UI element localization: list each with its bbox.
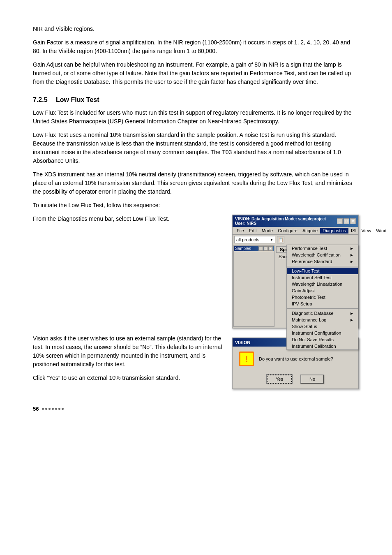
samples-panel: Samples _ □ × <box>233 245 274 327</box>
submenu-arrow-icon-4: ▶ <box>350 312 353 315</box>
menu-isi[interactable]: ISI <box>348 228 359 234</box>
footer-dot-1 <box>42 408 44 410</box>
menu-wavelength-cert[interactable]: Wavelength Certification ▶ <box>287 252 358 258</box>
vision-app-window: VISION: Data Acquisition Mode: samplepro… <box>232 215 359 328</box>
samples-title-buttons: _ □ × <box>258 246 273 251</box>
footer-dot-5 <box>55 408 57 410</box>
maximize-btn[interactable]: □ <box>344 218 349 224</box>
dialog-body: ! Do you want to use external sample? <box>233 347 358 371</box>
samples-content <box>234 251 274 325</box>
menu-edit[interactable]: Edit <box>247 228 259 234</box>
menu-show-status[interactable]: Show Status <box>287 323 358 330</box>
submenu-arrow-icon-5: ▶ <box>350 318 353 322</box>
app-titlebar: VISION: Data Acquisition Mode: samplepro… <box>233 215 358 227</box>
menu-instrument-self-test[interactable]: Instrument Self Test <box>287 274 358 281</box>
toolbar-icon-1[interactable]: 📋 <box>277 236 284 243</box>
menu-low-flux-test[interactable]: Low-Flux Test <box>287 268 358 274</box>
no-button[interactable]: No <box>300 375 324 384</box>
menu-diagnostics[interactable]: Diagnostics <box>320 228 348 234</box>
footer-dot-4 <box>52 408 54 410</box>
paragraph-5: Low Flux Test uses a nominal 10% transmi… <box>33 131 359 165</box>
minimize-btn[interactable]: _ <box>337 218 343 224</box>
page-content: NIR and Visible regions. Gain Factor is … <box>33 25 359 412</box>
menu-acquire[interactable]: Acquire <box>300 228 320 234</box>
samples-restore-btn[interactable]: □ <box>263 246 268 251</box>
paragraph-2: Gain Factor is a measure of signal ampli… <box>33 38 359 56</box>
menu-divider-2 <box>287 308 358 309</box>
menu-mode[interactable]: Mode <box>259 228 276 234</box>
section-number: 7.2.5 <box>33 96 48 103</box>
toolbar: all products ▼ 📋 <box>233 235 358 245</box>
menu-do-not-save[interactable]: Do Not Save Results <box>287 336 358 343</box>
footer-dot-7 <box>62 408 64 410</box>
footer-dot-6 <box>58 408 60 410</box>
diagnostics-menu-overlay: Performance Test ▶ Wavelength Certificat… <box>286 245 358 350</box>
footer-dot-2 <box>45 408 47 410</box>
menu-ipv-setup[interactable]: IPV Setup <box>287 301 358 307</box>
menu-view[interactable]: View <box>359 228 374 234</box>
close-btn[interactable]: × <box>350 218 356 224</box>
menu-instrument-config[interactable]: Instrument Configuration <box>287 330 358 336</box>
titlebar-buttons: _ □ × <box>337 218 356 224</box>
menu-maintenance-log[interactable]: Maintenance Log ▶ <box>287 317 358 323</box>
menu-performance-test[interactable]: Performance Test ▶ <box>287 245 358 252</box>
product-dropdown[interactable]: all products ▼ <box>234 236 275 243</box>
diagnostics-dropdown-menu: Performance Test ▶ Wavelength Certificat… <box>286 245 358 350</box>
paragraph-1: NIR and Visible regions. <box>33 25 359 33</box>
paragraph-6: The XDS instrument has an internal 10% n… <box>33 170 359 196</box>
footer-dots <box>42 408 64 410</box>
dialog-message: Do you want to use external sample? <box>259 356 333 361</box>
paragraph-7: To initiate the Low Flux Test, follow th… <box>33 201 359 210</box>
two-col-row-1: From the Diagnostics menu bar, select Lo… <box>33 215 359 328</box>
menu-instrument-cal[interactable]: Instrument Calibration <box>287 343 358 349</box>
samples-title: Samples <box>235 246 251 251</box>
yes-button[interactable]: Yes <box>267 375 292 384</box>
menu-diagnostic-db[interactable]: Diagnostic Database ▶ <box>287 310 358 317</box>
menu-wind[interactable]: Wind <box>374 228 389 234</box>
footer-dot-3 <box>48 408 51 410</box>
page-footer: 56 <box>33 406 359 412</box>
dialog-buttons: Yes No <box>233 371 358 388</box>
samples-close-btn[interactable]: × <box>268 246 273 251</box>
menu-file[interactable]: File <box>234 228 247 234</box>
col2-text: Vision asks if the user wishes to use an… <box>33 334 224 387</box>
titlebar-text: VISION: Data Acquisition Mode: samplepro… <box>235 217 337 226</box>
menu-configure[interactable]: Configure <box>275 228 300 234</box>
submenu-arrow-icon-3: ▶ <box>350 260 353 264</box>
menu-reference-standard[interactable]: Reference Standard ▶ <box>287 258 358 265</box>
menubar: File Edit Mode Configure Acquire Diagnos… <box>233 227 358 235</box>
col3-text: Click “Yes” to use an external 10% trans… <box>33 374 224 382</box>
col1-text: From the Diagnostics menu bar, select Lo… <box>33 215 224 228</box>
paragraph-3: Gain Adjust can be helpful when troubles… <box>33 60 359 86</box>
samples-minimize-btn[interactable]: _ <box>258 246 263 251</box>
warning-icon: ! <box>239 352 254 366</box>
samples-titlebar: Samples _ □ × <box>234 246 274 251</box>
menu-divider-1 <box>287 266 358 266</box>
dialog-title: VISION <box>235 340 250 345</box>
page-number: 56 <box>33 406 39 412</box>
submenu-arrow-icon-2: ▶ <box>350 253 353 257</box>
dropdown-value: all products <box>236 237 259 242</box>
menu-gain-adjust[interactable]: Gain Adjust <box>287 287 358 294</box>
section-heading: 7.2.5 Low Flux Test <box>33 96 359 104</box>
menu-photometric-test[interactable]: Photometric Test <box>287 294 358 301</box>
app-body: Samples _ □ × Spectra <box>233 245 358 328</box>
section-title: Low Flux Test <box>56 96 99 103</box>
submenu-arrow-icon: ▶ <box>350 247 353 250</box>
menu-wavelength-lin[interactable]: Wavelength Linearization <box>287 281 358 287</box>
paragraph-4: Low Flux Test is included for users who … <box>33 109 359 126</box>
dropdown-arrow-icon: ▼ <box>270 238 273 242</box>
app-screenshot-container: VISION: Data Acquisition Mode: samplepro… <box>232 215 359 328</box>
